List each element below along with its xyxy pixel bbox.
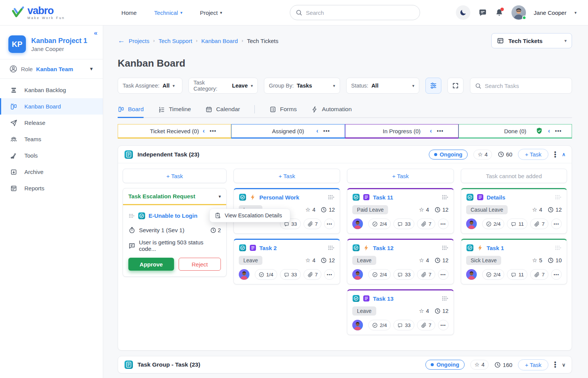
- more-button[interactable]: •••: [438, 219, 449, 229]
- comments-pill[interactable]: 33: [393, 320, 414, 330]
- global-search-input[interactable]: [306, 10, 414, 16]
- filter-task-category[interactable]: Task Category:Leave▾: [189, 78, 258, 94]
- reject-button[interactable]: Reject: [179, 258, 221, 271]
- drag-handle-icon[interactable]: [128, 213, 135, 219]
- more-button[interactable]: •••: [324, 219, 335, 229]
- task-title[interactable]: Task 13: [373, 295, 393, 302]
- task-card-task-13[interactable]: Task 13 Leave ☆4 12: [347, 289, 454, 335]
- sidebar-collapse-button[interactable]: «: [94, 29, 97, 37]
- escalation-card[interactable]: Task Escalation Request ▾ E-Unable to Lo…: [123, 188, 227, 277]
- column-more-icon[interactable]: •••: [437, 128, 444, 134]
- fullscreen-button[interactable]: [447, 78, 463, 94]
- status-badge[interactable]: Ongoing: [425, 360, 465, 370]
- chevron-down-icon[interactable]: ∨: [562, 362, 566, 368]
- add-task-button[interactable]: + Task: [347, 169, 454, 183]
- column-more-icon[interactable]: •••: [210, 128, 217, 134]
- add-task-button[interactable]: + Task: [233, 169, 340, 183]
- collapse-column-icon[interactable]: ‹: [203, 128, 205, 134]
- task-title[interactable]: Task 2: [259, 245, 277, 251]
- breadcrumb-kanban-board[interactable]: Kanban Board: [201, 38, 238, 44]
- sidebar-item-archive[interactable]: Archive: [0, 164, 103, 180]
- column-in-progress[interactable]: In Progress (0) ‹•••: [345, 124, 459, 139]
- comments-pill[interactable]: 11: [507, 269, 527, 280]
- task-title[interactable]: Personal Work: [259, 194, 299, 201]
- approve-button[interactable]: Approve: [128, 258, 174, 271]
- assignee-avatar[interactable]: [466, 269, 477, 280]
- attachments-pill[interactable]: 7: [417, 320, 435, 330]
- workspace-selector[interactable]: Tech Tickets ▾: [491, 33, 572, 48]
- task-title[interactable]: Task 12: [373, 245, 393, 251]
- sidebar-item-kanban-board[interactable]: Kanban Board: [0, 98, 103, 115]
- drag-handle-icon[interactable]: [328, 245, 335, 251]
- assignee-avatar[interactable]: [239, 269, 249, 280]
- assignee-avatar[interactable]: [352, 269, 363, 280]
- drag-handle-icon[interactable]: [328, 194, 335, 200]
- attachments-pill[interactable]: 7: [417, 219, 435, 229]
- column-done[interactable]: Done (0) ‹•••: [459, 124, 572, 139]
- attachments-pill[interactable]: 7: [304, 269, 322, 280]
- comments-pill[interactable]: 11: [507, 219, 527, 229]
- column-ticket-received[interactable]: Ticket Recieved (0) ‹•••: [118, 124, 231, 139]
- more-button[interactable]: •••: [324, 269, 335, 280]
- add-task-button[interactable]: + Task: [123, 169, 227, 183]
- task-search-input[interactable]: [485, 83, 567, 89]
- column-more-icon[interactable]: •••: [323, 128, 330, 134]
- user-menu-chevron[interactable]: ▾: [574, 10, 577, 15]
- group-more-icon[interactable]: •••: [554, 151, 556, 158]
- collapse-column-icon[interactable]: ‹: [316, 128, 318, 134]
- tab-forms[interactable]: Forms: [269, 101, 297, 118]
- sidebar-item-release[interactable]: Release: [0, 115, 103, 131]
- subtasks-pill[interactable]: 2/4: [368, 219, 391, 229]
- filter-group-by[interactable]: Group By:Tasks▾: [264, 78, 340, 94]
- status-badge[interactable]: Ongoing: [429, 150, 468, 159]
- context-menu-view-escalation[interactable]: View Escalation Details: [209, 209, 290, 222]
- assignee-avatar[interactable]: [466, 219, 477, 229]
- app-logo[interactable]: vabro Make Work Fun: [11, 6, 65, 20]
- task-card-task-11[interactable]: Task 11 Paid Leave ☆4 12: [347, 188, 454, 234]
- breadcrumb-projects[interactable]: Projects: [129, 38, 149, 44]
- subtasks-pill[interactable]: 2/4: [368, 320, 391, 330]
- attachments-pill[interactable]: 7: [530, 269, 548, 280]
- attachments-pill[interactable]: 7: [304, 219, 322, 229]
- task-card-task-12[interactable]: Task 12 Leave ☆4 12: [347, 239, 454, 284]
- more-button[interactable]: •••: [551, 269, 562, 280]
- task-card-task-1[interactable]: Task 1 Sick Leave ☆5 10: [461, 239, 567, 284]
- collapse-column-icon[interactable]: ‹: [430, 128, 432, 134]
- nav-technical[interactable]: Technical▾: [154, 10, 182, 16]
- add-task-button[interactable]: + Task: [518, 149, 548, 160]
- attachments-pill[interactable]: 7: [417, 269, 435, 280]
- global-search[interactable]: [290, 5, 420, 20]
- project-header[interactable]: KP Kanban Project 1 Jane Cooper: [0, 26, 103, 59]
- nav-home[interactable]: Home: [121, 10, 137, 16]
- comments-pill[interactable]: 33: [393, 219, 414, 229]
- sidebar-item-tools[interactable]: Tools: [0, 147, 103, 164]
- attachments-pill[interactable]: 7: [530, 219, 548, 229]
- more-button[interactable]: •••: [438, 320, 449, 330]
- group-more-icon[interactable]: •••: [554, 361, 556, 368]
- sidebar-item-reports[interactable]: Reports: [0, 180, 103, 196]
- task-title[interactable]: E-Unable to Login: [149, 212, 197, 219]
- advanced-filters-button[interactable]: [425, 78, 441, 94]
- subtasks-pill[interactable]: 1/4: [255, 269, 277, 280]
- comments-pill[interactable]: 33: [280, 269, 301, 280]
- task-title[interactable]: Details: [487, 194, 505, 201]
- filter-task-assignee[interactable]: Task Assignee:All▾: [118, 78, 182, 94]
- chevron-up-icon[interactable]: ∧: [562, 152, 566, 157]
- sidebar-item-kanban-backlog[interactable]: Kanban Backlog: [0, 82, 103, 98]
- more-button[interactable]: •••: [438, 269, 449, 280]
- column-more-icon[interactable]: •••: [555, 128, 562, 134]
- task-search[interactable]: [470, 78, 572, 94]
- drag-handle-icon[interactable]: [441, 295, 449, 301]
- assignee-avatar[interactable]: [352, 219, 363, 229]
- more-button[interactable]: •••: [551, 219, 562, 229]
- column-assigned[interactable]: Assigned (0) ‹•••: [231, 124, 345, 139]
- subtasks-pill[interactable]: 2/4: [368, 269, 391, 280]
- task-card-task-2[interactable]: Task 2 Leave ☆4 12: [233, 239, 340, 284]
- role-selector[interactable]: Role Kanban Team ▼: [0, 59, 103, 78]
- comments-pill[interactable]: 33: [393, 269, 414, 280]
- user-avatar[interactable]: [511, 5, 526, 20]
- sidebar-item-teams[interactable]: Teams: [0, 131, 103, 147]
- dark-mode-toggle[interactable]: [456, 5, 470, 20]
- back-arrow-icon[interactable]: ←: [118, 37, 125, 45]
- filter-status[interactable]: Status:All▾: [346, 78, 419, 94]
